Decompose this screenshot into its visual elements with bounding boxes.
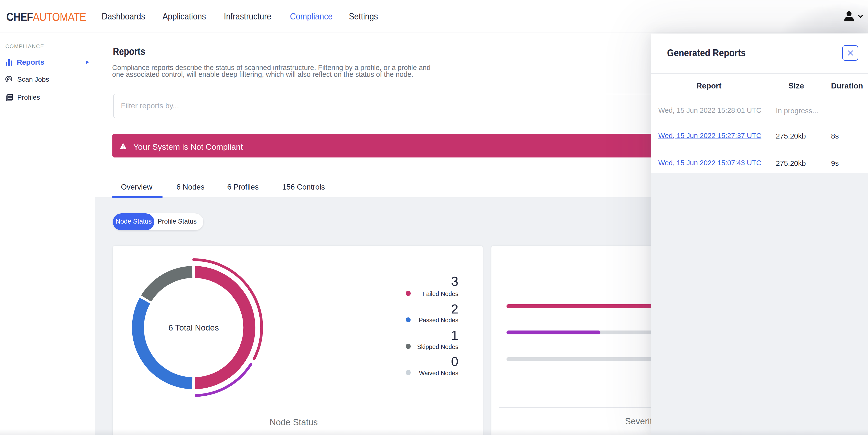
svg-text:6 Total Nodes: 6 Total Nodes [168, 323, 219, 332]
